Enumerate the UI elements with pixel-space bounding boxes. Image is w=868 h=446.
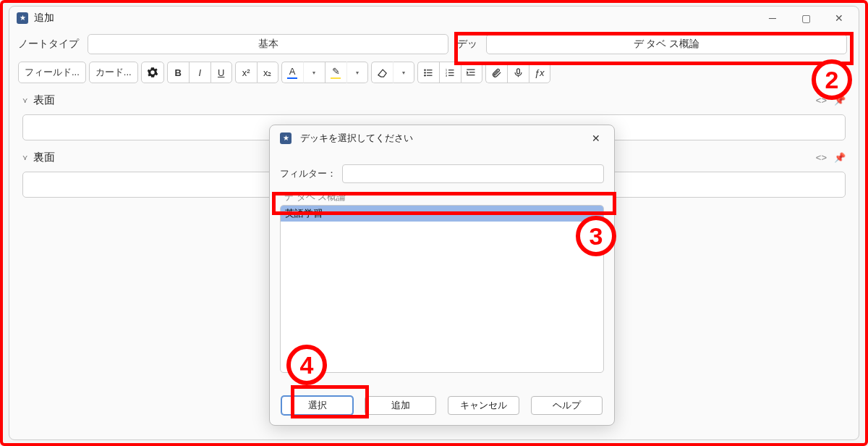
front-label: 表面 [33,93,55,107]
indent-button[interactable] [461,62,482,83]
svg-point-4 [424,75,426,77]
close-button[interactable]: ✕ [822,8,856,28]
erase-group: ▾ [371,62,414,83]
dialog-title: デッキを選択してください [300,132,413,145]
svg-rect-1 [427,70,433,70]
notetype-label: ノートタイプ [18,38,79,51]
deck-selector[interactable]: デ タベ ス概論 [486,34,847,54]
script-group: x² x₂ [235,62,278,83]
app-icon [278,131,293,146]
cards-button[interactable]: カード... [89,62,138,83]
svg-rect-15 [516,68,519,73]
list-group: 123 [417,62,482,83]
text-color-button[interactable]: A [281,62,303,83]
collapse-icon[interactable]: ⋎ [22,96,27,104]
svg-rect-14 [467,75,475,75]
svg-text:3: 3 [445,73,447,77]
cancel-button[interactable]: キャンセル [448,396,519,415]
attach-button[interactable] [485,62,507,83]
color-group: A ▾ ✎ ▾ [281,62,368,83]
svg-rect-9 [448,72,454,72]
record-button[interactable] [507,62,529,83]
editor-toolbar: フィールド... カード... B I U x² x₂ A ▾ ✎ ▾ [9,59,859,89]
fields-button[interactable]: フィールド... [18,62,86,83]
back-label: 裏面 [33,151,55,164]
svg-rect-5 [427,75,433,75]
bold-button[interactable]: B [167,62,189,83]
deck-list: 英語学習 [280,205,604,373]
text-color-dropdown[interactable]: ▾ [303,62,325,83]
minimize-button[interactable]: ─ [756,8,789,28]
deck-list-item-selected[interactable]: 英語学習 [281,206,603,222]
code-icon[interactable]: <> [816,95,827,106]
help-button[interactable]: ヘルプ [531,396,603,415]
italic-button[interactable]: I [189,62,210,83]
filter-label: フィルター： [280,167,336,180]
notetype-selector[interactable]: 基本 [88,34,448,54]
dialog-close-button[interactable]: ✕ [584,130,608,147]
eraser-dropdown[interactable]: ▾ [393,62,414,83]
svg-rect-3 [427,72,433,72]
svg-point-2 [424,72,426,74]
maximize-button[interactable]: ▢ [789,8,822,28]
deck-chooser-dialog: デッキを選択してください ✕ フィルター： デ タベ ス概論 英語学習 選択 追… [269,125,615,426]
select-button[interactable]: 選択 [281,396,353,415]
gear-icon[interactable] [141,62,164,83]
underline-button[interactable]: U [210,62,232,83]
type-deck-row: ノートタイプ 基本 デッ デ タベ ス概論 [9,30,859,59]
collapse-icon[interactable]: ⋎ [22,153,27,161]
subscript-button[interactable]: x₂ [257,62,278,83]
dialog-titlebar: デッキを選択してください ✕ [270,125,614,151]
app-icon [15,11,30,25]
highlight-dropdown[interactable]: ▾ [346,62,368,83]
ol-button[interactable]: 123 [439,62,461,83]
text-style-group: B I U [167,62,232,83]
deck-list-item[interactable]: デ タベ ス概論 [280,189,604,205]
pin-icon[interactable]: 📌 [834,152,846,163]
code-icon[interactable]: <> [816,152,827,163]
svg-rect-11 [448,75,454,75]
filter-input[interactable] [342,164,604,183]
svg-point-0 [424,69,426,71]
eraser-button[interactable] [371,62,393,83]
ul-button[interactable] [417,62,439,83]
add-button[interactable]: 追加 [365,396,436,415]
media-group: ƒx [485,62,550,83]
svg-rect-7 [448,70,454,70]
pin-icon[interactable]: 📌 [834,95,846,106]
window-title: 追加 [34,12,54,25]
svg-rect-12 [467,69,475,70]
highlight-button[interactable]: ✎ [325,62,346,83]
fx-button[interactable]: ƒx [529,62,550,83]
superscript-button[interactable]: x² [235,62,257,83]
titlebar: 追加 ─ ▢ ✕ [9,7,859,30]
deck-label: デッ [457,38,477,51]
svg-rect-13 [469,72,475,72]
